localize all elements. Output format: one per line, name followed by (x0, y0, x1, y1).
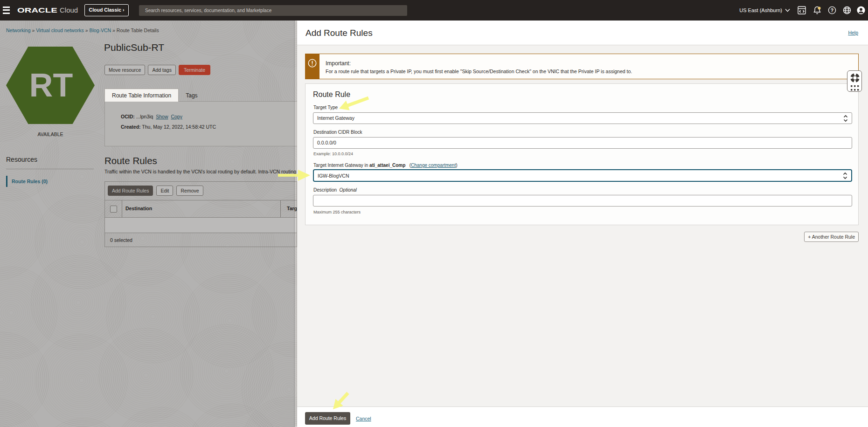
svg-text:?: ? (831, 7, 833, 13)
